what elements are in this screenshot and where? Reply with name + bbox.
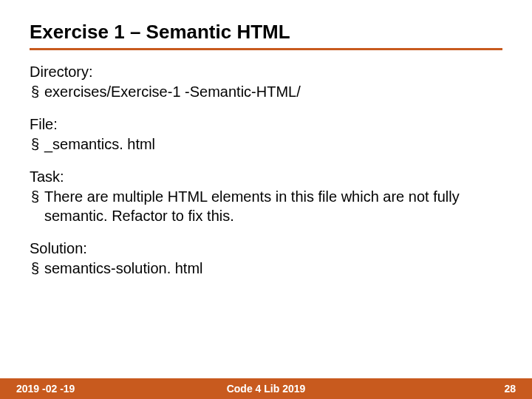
solution-bullet-line: § semantics-solution. html [30,259,502,278]
task-section: Task: § There are multiple HTML elements… [30,168,502,225]
task-text: There are multiple HTML elements in this… [44,187,502,225]
bullet-icon: § [31,259,44,278]
footer-date: 2019 -02 -19 [16,383,75,395]
solution-label: Solution: [30,240,502,257]
file-label: File: [30,116,502,133]
directory-section: Directory: § exercises/Exercise-1 -Seman… [30,64,502,101]
bullet-icon: § [31,187,44,206]
file-text: _semantics. html [44,134,502,154]
footer-page-number: 28 [504,383,516,395]
footer-title: Code 4 Lib 2019 [227,383,306,395]
file-bullet-line: § _semantics. html [30,134,502,154]
bullet-icon: § [31,82,44,101]
slide: Exercise 1 – Semantic HTML Directory: § … [0,0,532,399]
task-bullet-line: § There are multiple HTML elements in th… [30,187,502,225]
task-label: Task: [30,168,502,185]
slide-footer: 2019 -02 -19 Code 4 Lib 2019 28 [0,378,532,399]
solution-text: semantics-solution. html [44,259,502,278]
directory-label: Directory: [30,64,502,81]
file-section: File: § _semantics. html [30,116,502,154]
directory-text: exercises/Exercise-1 -Semantic-HTML/ [44,82,502,101]
bullet-icon: § [31,134,44,154]
solution-section: Solution: § semantics-solution. html [30,240,502,278]
slide-title: Exercise 1 – Semantic HTML [30,21,502,50]
directory-bullet-line: § exercises/Exercise-1 -Semantic-HTML/ [30,82,502,101]
